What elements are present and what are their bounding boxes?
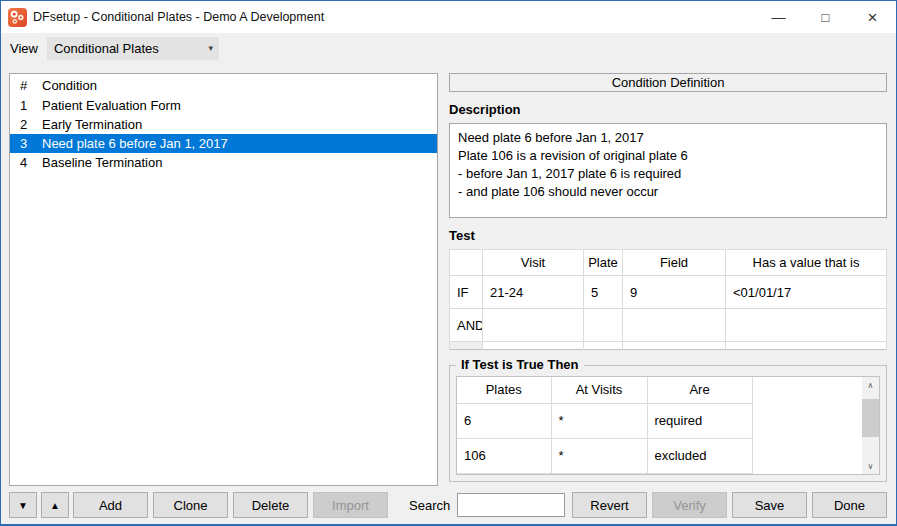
close-icon: × <box>868 9 878 26</box>
condition-definition-header: Condition Definition <box>449 73 887 92</box>
chevron-down-icon: ▾ <box>208 43 213 53</box>
then-col-are: Are <box>647 377 752 403</box>
condition-list-header: # Condition <box>10 74 437 96</box>
test-table: Visit Plate Field Has a value that is IF… <box>449 249 887 350</box>
triangle-up-icon: ▲ <box>50 500 60 511</box>
minimize-icon: — <box>772 10 786 24</box>
then-are-cell[interactable]: required <box>647 403 752 438</box>
import-button: Import <box>313 492 388 518</box>
test-col-plate: Plate <box>584 250 623 276</box>
add-button[interactable]: Add <box>73 492 148 518</box>
main-area: # Condition 1 Patient Evaluation Form 2 … <box>1 63 896 486</box>
then-row-2: 106 * excluded <box>457 438 752 473</box>
view-dropdown[interactable]: Conditional Plates ▾ <box>47 37 219 60</box>
then-at-visits-cell[interactable]: * <box>551 438 647 473</box>
then-groupbox: If Test is True Then Plates At Visits Ar… <box>449 365 887 482</box>
then-table-scrollbar: ∧ ∨ <box>862 377 879 474</box>
description-line: - and plate 106 should never occur <box>458 183 878 201</box>
minimize-button[interactable]: — <box>755 1 802 33</box>
condition-row-num: 2 <box>10 117 42 132</box>
then-plates-cell[interactable]: 106 <box>457 438 551 473</box>
then-groupbox-label: If Test is True Then <box>456 357 584 372</box>
toolbar-right-group: Revert Verify Save Done <box>572 492 887 518</box>
test-label: Test <box>449 228 887 243</box>
description-line: Plate 106 is a revision of original plat… <box>458 147 878 165</box>
test-col-visit: Visit <box>483 250 584 276</box>
condition-row-num: 3 <box>10 136 42 151</box>
column-header-condition[interactable]: Condition <box>42 78 437 93</box>
save-button[interactable]: Save <box>732 492 807 518</box>
condition-row-2[interactable]: 2 Early Termination <box>10 115 437 134</box>
app-window: DFsetup - Conditional Plates - Demo A De… <box>0 0 897 526</box>
then-table-wrap: Plates At Visits Are 6 * required 106 * <box>456 376 880 475</box>
window-title: DFsetup - Conditional Plates - Demo A De… <box>33 10 324 24</box>
then-plates-cell[interactable]: 6 <box>457 403 551 438</box>
condition-row-label: Early Termination <box>42 117 437 132</box>
description-box[interactable]: Need plate 6 before Jan 1, 2017 Plate 10… <box>449 123 887 218</box>
description-label: Description <box>449 102 887 117</box>
condition-row-4[interactable]: 4 Baseline Termination <box>10 153 437 172</box>
app-icon <box>8 8 27 27</box>
test-and-op: AND <box>450 309 483 342</box>
done-button[interactable]: Done <box>812 492 887 518</box>
view-label: View <box>10 41 38 56</box>
condition-list: # Condition 1 Patient Evaluation Form 2 … <box>9 73 438 486</box>
test-if-op: IF <box>450 276 483 309</box>
test-if-visit-cell[interactable]: 21-24 <box>483 276 584 309</box>
condition-row-label: Need plate 6 before Jan 1, 2017 <box>42 136 437 151</box>
clone-button[interactable]: Clone <box>153 492 228 518</box>
then-row-1: 6 * required <box>457 403 752 438</box>
scroll-up-icon[interactable]: ∧ <box>862 377 879 393</box>
condition-row-label: Patient Evaluation Form <box>42 98 437 113</box>
condition-row-num: 4 <box>10 155 42 170</box>
then-col-plates: Plates <box>457 377 551 403</box>
test-if-field-cell[interactable]: 9 <box>623 276 726 309</box>
test-row-and: AND <box>450 309 887 342</box>
scrollbar-track[interactable] <box>862 393 879 458</box>
search-input[interactable] <box>457 493 565 517</box>
condition-definition-panel: Condition Definition Description Need pl… <box>449 73 887 486</box>
close-button[interactable]: × <box>849 1 896 33</box>
view-dropdown-value: Conditional Plates <box>54 41 159 56</box>
window-controls: — □ × <box>755 1 896 33</box>
then-table: Plates At Visits Are 6 * required 106 * <box>457 377 753 475</box>
delete-button[interactable]: Delete <box>233 492 308 518</box>
condition-row-num: 1 <box>10 98 42 113</box>
description-line: Need plate 6 before Jan 1, 2017 <box>458 129 878 147</box>
condition-row-label: Baseline Termination <box>42 155 437 170</box>
search-label: Search <box>409 498 450 513</box>
test-row-if: IF 21-24 5 9 <01/01/17 <box>450 276 887 309</box>
test-table-header-row: Visit Plate Field Has a value that is <box>450 250 887 276</box>
test-if-plate-cell[interactable]: 5 <box>584 276 623 309</box>
then-row-partial <box>457 473 752 475</box>
condition-row-1[interactable]: 1 Patient Evaluation Form <box>10 96 437 115</box>
view-bar: View Conditional Plates ▾ <box>1 33 896 63</box>
description-line: - before Jan 1, 2017 plate 6 is required <box>458 165 878 183</box>
bottom-toolbar: ▼ ▲ Add Clone Delete Import Search Rever… <box>1 486 896 524</box>
scrollbar-thumb[interactable] <box>862 399 879 437</box>
scroll-down-icon[interactable]: ∨ <box>862 458 879 474</box>
test-and-visit-cell[interactable] <box>483 309 584 342</box>
verify-button: Verify <box>652 492 727 518</box>
test-and-value-cell[interactable] <box>726 309 887 342</box>
then-are-cell[interactable]: excluded <box>647 438 752 473</box>
test-row-partial <box>450 342 887 350</box>
move-up-button[interactable]: ▲ <box>41 492 69 518</box>
revert-button[interactable]: Revert <box>572 492 647 518</box>
test-col-field: Field <box>623 250 726 276</box>
test-and-field-cell[interactable] <box>623 309 726 342</box>
test-col-op <box>450 250 483 276</box>
titlebar: DFsetup - Conditional Plates - Demo A De… <box>1 1 896 33</box>
then-col-at-visits: At Visits <box>551 377 647 403</box>
then-table-header-row: Plates At Visits Are <box>457 377 752 403</box>
condition-row-3-selected[interactable]: 3 Need plate 6 before Jan 1, 2017 <box>10 134 437 153</box>
test-if-value-cell[interactable]: <01/01/17 <box>726 276 887 309</box>
then-at-visits-cell[interactable]: * <box>551 403 647 438</box>
triangle-down-icon: ▼ <box>18 500 28 511</box>
move-down-button[interactable]: ▼ <box>9 492 37 518</box>
column-header-num[interactable]: # <box>10 78 42 93</box>
maximize-button[interactable]: □ <box>802 1 849 33</box>
maximize-icon: □ <box>822 11 830 24</box>
test-col-value: Has a value that is <box>726 250 887 276</box>
test-and-plate-cell[interactable] <box>584 309 623 342</box>
